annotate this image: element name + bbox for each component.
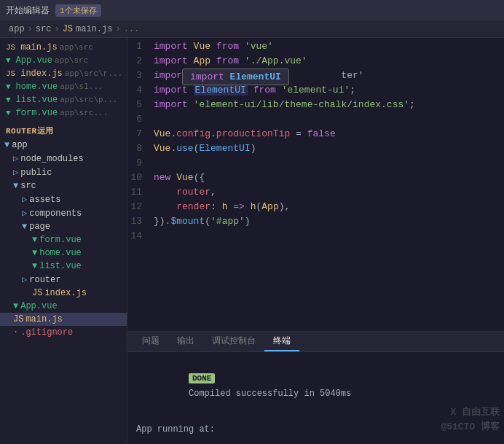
sidebar-file-label: main.js [20,42,57,52]
tree-item-home-vue[interactable]: ▼ home.vue [0,246,127,260]
breadcrumb: app › src › JS main.js › ... [0,20,504,38]
breadcrumb-app: app [9,24,25,34]
tree-item-app[interactable]: ▼ app [0,139,127,152]
sidebar-item-main-js[interactable]: JS main.js app\src [0,41,127,54]
terminal-done-text: Compiled successfully in 5040ms [189,389,351,399]
terminal-app-running: App running at: [136,422,495,437]
line-content: router, [151,187,504,198]
sidebar-section-header: ROUTER运用 [0,121,127,139]
tree-item-assets[interactable]: ▷ assets [0,192,127,206]
chevron-right-icon: ▷ [22,208,27,219]
terminal-content: DONE Compiled successfully in 5040ms App… [127,352,504,444]
tab-terminal[interactable]: 终端 [264,332,299,351]
line-number: 13 [127,216,151,227]
tree-item-app-vue[interactable]: ▼ App.vue [0,300,127,313]
code-line-13: 13 }).$mount('#app') [127,216,504,230]
vue-icon: ▼ [13,301,18,311]
sidebar: JS main.js app\src ▼ App.vue app\src JS … [0,38,127,444]
line-number: 14 [127,230,151,241]
line-content: import 'element-ui/lib/theme-chalk/index… [151,99,504,110]
sidebar-item-index-js[interactable]: JS index.js app\src\r... [0,67,127,80]
vue-icon: ▼ [6,96,11,104]
tab-output[interactable]: 输出 [168,332,203,351]
vue-icon: ▼ [6,109,11,117]
sidebar-file-label: App.vue [16,55,52,66]
sidebar-file-path: app\sl... [60,82,103,91]
breadcrumb-sep3: › [115,24,120,34]
tree-label: page [29,222,50,232]
sidebar-file-path: app\src [60,43,93,52]
panel-tabs: 问题 输出 调试控制台 终端 [127,332,504,352]
autocomplete-tooltip: import ElementUI [182,69,289,85]
done-badge: DONE [189,373,215,383]
code-line-10: 10 new Vue({ [127,172,504,187]
sidebar-file-path: app\src [55,56,88,65]
tree-item-main-js[interactable]: JS main.js [0,313,127,326]
terminal-blank [136,416,495,422]
code-editor[interactable]: 1 import Vue from 'vue' 2 import App fro… [127,38,504,331]
tree-item-index-js[interactable]: JS index.js [0,287,127,300]
tree-label: router [29,275,60,285]
vue-icon: ▼ [32,235,37,245]
code-line-11: 11 router, [127,187,504,201]
code-line-5: 5 import 'element-ui/lib/theme-chalk/ind… [127,99,504,114]
tree-item-page[interactable]: ▼ page [0,220,127,233]
sidebar-item-form-vue[interactable]: ▼ form.vue app\src... [0,106,127,120]
line-number: 7 [127,128,151,139]
tree-label: form.vue [39,235,82,245]
tree-item-public[interactable]: ▷ public [0,165,127,179]
sidebar-file-path: app\src\r... [65,69,122,78]
main-layout: JS main.js app\src ▼ App.vue app\src JS … [0,38,504,444]
tree-label: public [20,168,52,178]
line-number: 9 [127,157,151,168]
line-content: }).$mount('#app') [151,216,504,227]
top-bar: 开始编辑器 1个未保存 [0,0,504,20]
code-line-9: 9 [127,157,504,172]
breadcrumb-sep1: › [28,24,33,34]
js-icon: JS [6,69,15,78]
sidebar-item-home-vue[interactable]: ▼ home.vue app\sl... [0,80,127,93]
line-content: Vue.use(ElementUI) [151,143,504,154]
line-content: import Vue from 'vue' [151,41,504,52]
tree-label: node_modules [20,154,83,164]
tab-debug-console[interactable]: 调试控制台 [203,332,264,351]
tree-item-node-modules[interactable]: ▷ node_modules [0,152,127,165]
tree-item-src[interactable]: ▼ src [0,179,127,192]
tree-label: list.vue [39,261,82,271]
line-content [151,230,504,241]
sidebar-item-app-vue[interactable]: ▼ App.vue app\src [0,54,127,67]
file-tree: ▼ app ▷ node_modules ▷ public ▼ src ▷ as… [0,139,127,339]
line-number: 5 [127,99,151,110]
tree-label: src [20,181,36,191]
line-number: 10 [127,172,151,183]
chevron-right-icon: ▷ [22,194,27,205]
sidebar-file-label: index.js [20,69,63,79]
code-line-2: 2 import App from './App.vue' [127,55,504,70]
line-content: new Vue({ [151,172,504,183]
line-number: 11 [127,187,151,198]
tree-item-gitignore[interactable]: · .gitignore [0,326,127,339]
sidebar-item-list-vue[interactable]: ▼ list.vue app\src\p... [0,93,127,106]
code-line-8: 8 Vue.use(ElementUI) [127,143,504,157]
tab-problems[interactable]: 问题 [133,332,168,351]
vue-icon: ▼ [32,261,37,271]
tree-item-components[interactable]: ▷ components [0,206,127,220]
terminal-done-line: DONE Compiled successfully in 5040ms [136,357,495,416]
sidebar-file-path: app\src\p... [60,96,117,104]
breadcrumb-sep2: › [54,24,59,34]
bottom-panel: 问题 输出 调试控制台 终端 DONE Compiled successfull… [127,331,504,444]
tree-item-form-vue[interactable]: ▼ form.vue [0,233,127,246]
chevron-down-icon: ▼ [4,140,9,150]
line-number: 8 [127,143,151,154]
tree-item-router[interactable]: ▷ router [0,273,127,287]
line-number: 4 [127,85,151,96]
line-number: 6 [127,114,151,125]
line-content [151,114,504,125]
code-line-7: 7 Vue.config.productionTip = false [127,128,504,143]
tree-item-list-vue[interactable]: ▼ list.vue [0,260,127,273]
sidebar-file-label: form.vue [16,108,58,118]
line-content: render: h => h(App), [151,201,504,212]
chevron-right-icon: ▷ [22,274,27,285]
line-number: 1 [127,41,151,52]
code-line-4: 4 import ElementUI from 'element-ui'; [127,85,504,99]
